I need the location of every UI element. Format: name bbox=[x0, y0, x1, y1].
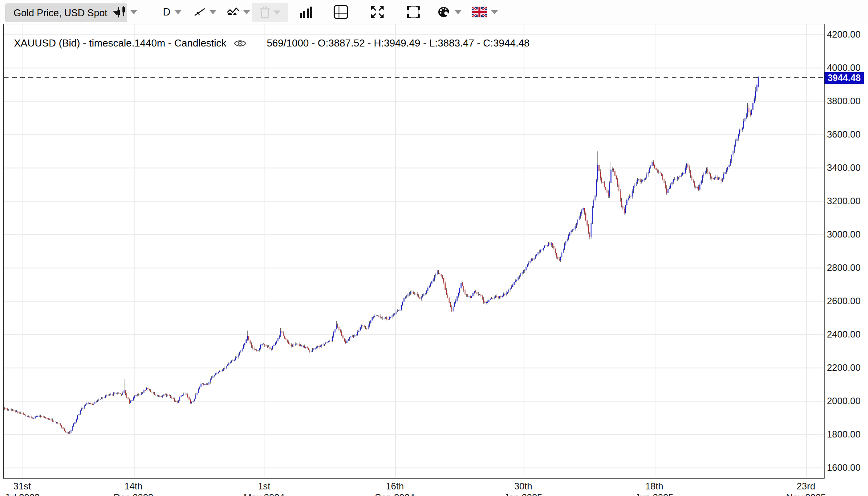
grid-axis-icon bbox=[334, 5, 348, 19]
chevron-down-icon bbox=[491, 10, 498, 14]
time-axis-label: 23rdNov 2025 bbox=[775, 480, 837, 496]
price-axis-label: 1600.00 bbox=[827, 462, 867, 473]
gold-chart-app: Gold Price, USD Spot D bbox=[0, 0, 868, 496]
symbol-selector-button[interactable]: Gold Price, USD Spot bbox=[5, 3, 127, 22]
crop-frame-icon bbox=[406, 5, 420, 19]
time-axis-label: 18thJun 2025 bbox=[623, 480, 685, 496]
chevron-down-icon bbox=[273, 10, 280, 15]
drawing-tools-button[interactable] bbox=[194, 0, 216, 24]
price-axis-label: 1800.00 bbox=[827, 429, 867, 440]
palette-icon bbox=[437, 6, 451, 18]
time-axis-label: 16thSep 2024 bbox=[364, 480, 426, 496]
chart-type-button[interactable] bbox=[116, 0, 137, 24]
volume-bars-icon bbox=[299, 6, 313, 18]
price-axis-label: 2000.00 bbox=[827, 396, 867, 406]
price-axis-label: 2200.00 bbox=[827, 362, 867, 373]
price-axis-label: 4200.00 bbox=[827, 29, 867, 40]
symbol-label: Gold Price, USD Spot bbox=[14, 7, 107, 19]
time-axis-label: 14thDec 2023 bbox=[102, 480, 164, 496]
chevron-down-icon bbox=[209, 10, 216, 14]
candlestick-chart-type-icon bbox=[116, 6, 126, 18]
time-axis-label: 31stJul 2023 bbox=[0, 480, 53, 496]
eye-visibility-icon[interactable] bbox=[233, 39, 247, 48]
indicators-icon bbox=[227, 7, 239, 17]
chevron-down-icon bbox=[455, 10, 462, 14]
price-axis-label: 2600.00 bbox=[827, 296, 867, 307]
chevron-down-icon bbox=[175, 10, 182, 14]
toolbar: Gold Price, USD Spot D bbox=[0, 0, 868, 24]
trendline-tool-icon bbox=[194, 7, 206, 17]
price-axis-label: 3800.00 bbox=[827, 96, 867, 107]
snapshot-button[interactable] bbox=[406, 0, 420, 24]
chart-plot-area[interactable] bbox=[3, 24, 825, 479]
indicators-button[interactable] bbox=[227, 0, 250, 24]
delete-drawings-button bbox=[252, 3, 288, 22]
trash-icon bbox=[259, 6, 270, 19]
volume-toggle-button[interactable] bbox=[299, 0, 313, 24]
grid-settings-button[interactable] bbox=[334, 0, 348, 24]
chevron-down-icon bbox=[130, 10, 137, 14]
price-axis-label: 2400.00 bbox=[827, 329, 867, 340]
time-axis-label: 1stMay 2024 bbox=[233, 480, 295, 496]
last-price-label: 3944.48 bbox=[825, 72, 864, 84]
uk-flag-icon bbox=[472, 7, 487, 17]
fullscreen-icon bbox=[371, 5, 384, 19]
chart-header: XAUUSD (Bid) - timescale.1440m - Candles… bbox=[14, 37, 530, 49]
time-axis-label: 30thJan 2025 bbox=[492, 480, 554, 496]
candles-svg bbox=[4, 24, 824, 478]
fullscreen-button[interactable] bbox=[371, 0, 384, 24]
price-axis-label: 3000.00 bbox=[827, 229, 867, 240]
price-axis-label: 3600.00 bbox=[827, 129, 867, 140]
chart-title: XAUUSD (Bid) - timescale.1440m - Candles… bbox=[14, 37, 227, 49]
timeframe-button[interactable]: D bbox=[163, 0, 182, 24]
language-selector-button[interactable] bbox=[472, 0, 498, 24]
theme-button[interactable] bbox=[437, 0, 462, 24]
price-axis-label: 2800.00 bbox=[827, 262, 867, 273]
price-axis-label: 3200.00 bbox=[827, 196, 867, 207]
timeframe-label: D bbox=[163, 6, 171, 18]
price-axis-label: 4000.00 bbox=[827, 62, 867, 73]
chevron-down-icon bbox=[243, 10, 250, 14]
ohlc-readout: 569/1000 - O:3887.52 - H:3949.49 - L:388… bbox=[267, 37, 530, 49]
price-axis-label: 3400.00 bbox=[827, 162, 867, 173]
